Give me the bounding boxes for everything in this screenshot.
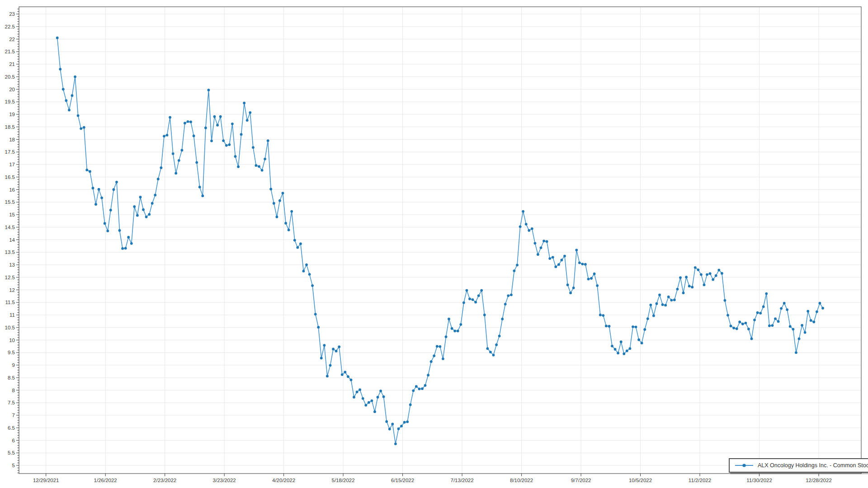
svg-text:19.5: 19.5 <box>5 99 15 104</box>
svg-text:5/18/2022: 5/18/2022 <box>332 478 355 483</box>
svg-text:22.5: 22.5 <box>5 24 15 29</box>
svg-text:7: 7 <box>12 413 15 418</box>
svg-text:15: 15 <box>9 212 15 217</box>
svg-text:6.5: 6.5 <box>8 425 15 431</box>
svg-text:11.5: 11.5 <box>5 300 15 305</box>
svg-text:21: 21 <box>9 61 15 67</box>
svg-text:19: 19 <box>9 112 15 117</box>
chart-window: 55.566.577.588.599.51010.51111.51212.513… <box>0 0 868 488</box>
svg-text:14.5: 14.5 <box>5 225 15 230</box>
svg-text:12: 12 <box>9 287 15 293</box>
svg-text:8: 8 <box>12 388 15 393</box>
svg-text:11: 11 <box>9 312 15 318</box>
svg-text:11/2/2022: 11/2/2022 <box>689 478 711 483</box>
svg-text:3/23/2022: 3/23/2022 <box>213 478 236 483</box>
svg-text:5.5: 5.5 <box>8 450 15 455</box>
svg-text:18.5: 18.5 <box>5 124 15 130</box>
svg-text:21.5: 21.5 <box>5 49 15 54</box>
svg-text:9.5: 9.5 <box>8 350 15 355</box>
svg-text:9/7/2022: 9/7/2022 <box>571 478 591 483</box>
svg-text:16.5: 16.5 <box>5 174 15 180</box>
legend[interactable]: ALX Oncology Holdings Inc. - Common Stoc… <box>729 458 868 473</box>
svg-text:17.5: 17.5 <box>5 149 15 155</box>
svg-text:13: 13 <box>9 262 15 267</box>
svg-text:8.5: 8.5 <box>8 375 15 380</box>
legend-series-marker <box>735 463 754 468</box>
price-markers <box>56 37 824 445</box>
svg-text:17: 17 <box>9 162 15 167</box>
svg-text:12/28/2022: 12/28/2022 <box>806 478 832 483</box>
svg-text:7/13/2022: 7/13/2022 <box>451 478 474 483</box>
svg-text:18: 18 <box>9 137 15 142</box>
stock-price-chart[interactable]: 55.566.577.588.599.51010.51111.51212.513… <box>0 0 868 488</box>
svg-text:22: 22 <box>9 37 15 42</box>
svg-text:6: 6 <box>12 438 15 443</box>
svg-text:12.5: 12.5 <box>5 275 15 280</box>
svg-text:16: 16 <box>9 187 15 192</box>
svg-text:14: 14 <box>9 237 15 243</box>
svg-text:20: 20 <box>9 87 15 92</box>
svg-text:8/10/2022: 8/10/2022 <box>510 478 533 483</box>
price-line <box>57 38 823 444</box>
svg-text:9: 9 <box>12 362 15 368</box>
legend-series-label: ALX Oncology Holdings Inc. - Common Stoc… <box>758 462 868 469</box>
svg-text:7.5: 7.5 <box>8 400 15 405</box>
svg-text:11/30/2022: 11/30/2022 <box>746 478 772 483</box>
x-axis-labels: 12/29/20211/26/20222/23/20223/23/20224/2… <box>33 478 832 483</box>
svg-text:2/23/2022: 2/23/2022 <box>153 478 176 483</box>
svg-text:10: 10 <box>9 338 15 343</box>
y-axis-labels: 55.566.577.588.599.51010.51111.51212.513… <box>5 11 15 468</box>
svg-text:10/5/2022: 10/5/2022 <box>629 478 652 483</box>
svg-text:10.5: 10.5 <box>5 325 15 330</box>
svg-text:13.5: 13.5 <box>5 249 15 255</box>
svg-text:12/29/2021: 12/29/2021 <box>33 478 59 483</box>
y-axis-ticks <box>16 9 19 473</box>
svg-text:4/20/2022: 4/20/2022 <box>272 478 295 483</box>
svg-text:1/26/2022: 1/26/2022 <box>94 478 117 483</box>
svg-text:20.5: 20.5 <box>5 74 15 80</box>
svg-text:5: 5 <box>12 463 15 468</box>
svg-text:23: 23 <box>9 11 15 17</box>
x-axis-ticks <box>46 474 819 476</box>
svg-text:6/15/2022: 6/15/2022 <box>391 478 414 483</box>
y-gridlines <box>19 14 861 465</box>
svg-text:15.5: 15.5 <box>5 199 15 205</box>
